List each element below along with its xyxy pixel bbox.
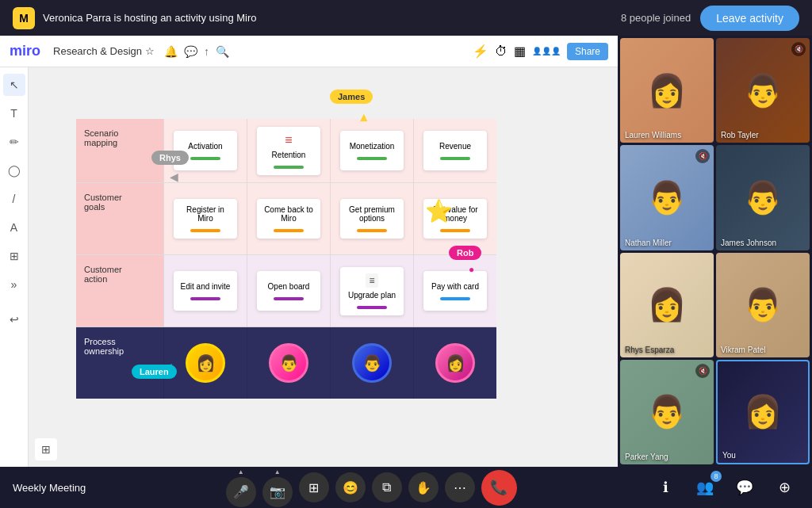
apps-button[interactable]: ⊕ <box>769 472 799 502</box>
bell-icon[interactable]: 🔔 <box>164 45 178 58</box>
goals-cell-1: Register in Miro <box>163 183 247 254</box>
sticky-tool[interactable]: A <box>3 216 25 239</box>
james-pointer: ▼ <box>358 111 370 125</box>
raise-hand-button[interactable]: ✋ <box>408 472 439 502</box>
board-name-text[interactable]: Research & Design <box>53 45 142 57</box>
premium-note[interactable]: Get premium options <box>340 199 404 239</box>
upgrade-note[interactable]: ≡ Upgrade plan <box>340 267 404 315</box>
video-tile-nathan: 👨 🔇 Nathan Miller <box>620 145 714 250</box>
board-icon[interactable]: ▦ <box>514 44 526 59</box>
info-button[interactable]: ℹ <box>650 472 680 502</box>
process-avatar-4: 👩 <box>435 343 475 383</box>
pay-bar <box>440 297 470 300</box>
rhys-user-label: Rhys <box>151 151 189 165</box>
action-cell-4: Pay with card <box>413 255 496 327</box>
process-label: Processownership <box>76 327 163 399</box>
action-cell-1: Edit and invite <box>163 255 247 327</box>
retention-note[interactable]: ≡ Retention <box>257 127 320 175</box>
star-icon[interactable]: ☆ <box>145 45 155 57</box>
microphone-button[interactable]: 🎤 <box>226 477 256 507</box>
screen-share-button[interactable]: ⧉ <box>372 472 402 502</box>
main-content: miro Research & Design ☆ 🔔 💬 ↑ 🔍 ⚡ ⏱ ▦ 👤… <box>0 36 812 467</box>
revenue-text: Revenue <box>439 142 471 151</box>
customer-action-text: Customeraction <box>84 265 122 284</box>
video-tile-lauren: 👩 Lauren Williams <box>620 38 714 143</box>
grid-view-button[interactable]: ⊞ <box>299 472 329 502</box>
share-button[interactable]: Share <box>567 43 608 60</box>
meeting-title: Weekly Meeting <box>13 482 86 494</box>
video-tile-vikram: 👨 Vikram Patel <box>716 253 810 357</box>
rhys-name: Rhys Esparza <box>625 346 674 354</box>
miro-logo-icon: M <box>13 7 35 29</box>
star-sticker: ⭐ <box>425 198 453 224</box>
video-tile-parker: 👨 🔇 Parker Yang <box>620 360 714 464</box>
video-caret: ▲ <box>274 468 281 476</box>
undo-tool[interactable]: ↩ <box>3 308 25 330</box>
chat-button[interactable]: 💬 <box>730 472 760 502</box>
action-cell-3: ≡ Upgrade plan <box>330 255 413 327</box>
value-bar <box>440 229 470 232</box>
lauren-name: Lauren Williams <box>625 131 681 139</box>
timer-icon[interactable]: ⏱ <box>495 44 508 59</box>
action-cell-2: Open board <box>247 255 330 327</box>
upgrade-bar <box>357 306 387 309</box>
upgrade-icon: ≡ <box>366 273 377 288</box>
leave-activity-button[interactable]: Leave activity <box>700 6 799 31</box>
select-tool[interactable]: ↖ <box>3 74 25 96</box>
process-row: Processownership 👩 👨 <box>76 327 496 399</box>
end-call-button[interactable]: 📞 <box>481 470 517 506</box>
monetization-note[interactable]: Monetization <box>340 131 404 170</box>
lightning-icon[interactable]: ⚡ <box>473 44 488 59</box>
retention-icon: ≡ <box>285 133 292 147</box>
text-tool[interactable]: T <box>3 102 25 124</box>
open-board-text: Open board <box>268 282 310 291</box>
line-tool[interactable]: / <box>3 188 25 210</box>
participants-button[interactable]: 👥 8 <box>690 472 720 502</box>
comeback-note[interactable]: Come back to Miro <box>257 199 320 239</box>
more-button[interactable]: ⋯ <box>445 472 475 502</box>
nathan-name: Nathan Miller <box>625 239 672 247</box>
upload-icon[interactable]: ↑ <box>204 45 209 58</box>
open-board-note[interactable]: Open board <box>257 271 320 311</box>
video-tile-james: 👨 James Johnson <box>716 145 810 250</box>
customer-action-row: Customeraction Edit and invite Open boar… <box>76 254 496 327</box>
draw-tool[interactable]: ✏ <box>3 131 25 153</box>
left-toolbar: ↖ T ✏ ◯ / A ⊞ » ↩ <box>0 67 29 467</box>
customer-goals-text: Customergoals <box>84 193 122 212</box>
search-icon[interactable]: 🔍 <box>216 45 229 58</box>
parker-mute-icon: 🔇 <box>695 364 710 378</box>
process-text: Processownership <box>84 337 124 356</box>
camera-control-group: ▲ 📷 <box>262 468 293 507</box>
top-notification-bar: M Veronica Parra is hosting an activity … <box>0 0 812 36</box>
activation-text: Activation <box>188 142 222 151</box>
process-cell-1: 👩 <box>163 327 247 399</box>
upgrade-text: Upgrade plan <box>348 291 396 300</box>
customer-action-label: Customeraction <box>76 255 163 327</box>
register-bar <box>190 229 220 232</box>
canvas-workspace[interactable]: ↖ T ✏ ◯ / A ⊞ » ↩ James ▼ Rhys <box>0 67 618 467</box>
vikram-name: Vikram Patel <box>721 346 766 354</box>
rob-pointer: ● <box>469 264 474 275</box>
camera-button[interactable]: 📷 <box>262 477 293 507</box>
pay-note[interactable]: Pay with card <box>423 271 487 311</box>
frame-tool[interactable]: ⊞ <box>3 245 25 267</box>
rob-name: Rob Tayler <box>721 131 759 139</box>
emoji-button[interactable]: 😊 <box>335 472 366 502</box>
revenue-note[interactable]: Revenue <box>423 131 487 170</box>
process-cell-2: 👨 <box>247 327 330 399</box>
panels-icon[interactable]: ⊞ <box>35 438 57 460</box>
shape-tool[interactable]: ◯ <box>3 159 25 181</box>
people-count: 8 people joined <box>621 12 691 24</box>
more-tool[interactable]: » <box>3 273 25 296</box>
vikram-video: 👨 <box>716 253 810 357</box>
scenario-cell-3: Monetization <box>330 119 413 182</box>
revenue-bar <box>440 157 470 160</box>
comment-icon[interactable]: 💬 <box>184 45 197 58</box>
open-board-bar <box>274 297 304 300</box>
you-video: 👩 <box>718 361 808 463</box>
register-note[interactable]: Register in Miro <box>174 199 237 239</box>
premium-bar <box>357 229 387 232</box>
toolbar-icons: 🔔 💬 ↑ 🔍 <box>164 45 229 58</box>
process-avatar-1: 👩 <box>186 343 225 383</box>
edit-note[interactable]: Edit and invite <box>174 271 237 311</box>
